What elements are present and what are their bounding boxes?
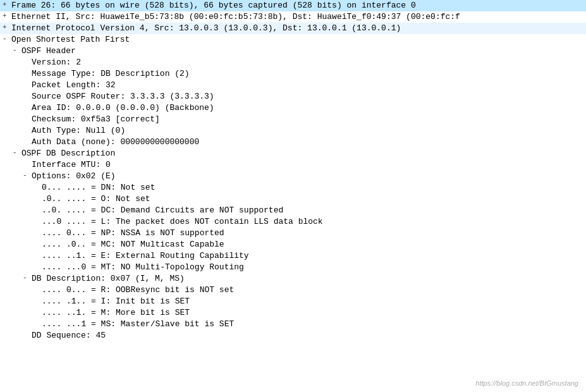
packet-length-text: Packet Length: 32 [32,80,116,90]
auth-data-text: Auth Data (none): 0000000000000000 [32,137,199,147]
ospf-expand-icon[interactable]: - [3,35,11,42]
opt-mc-row: .... .0.. = MC: NOT Multicast Capable [0,239,586,250]
opt-mt-row: .... ...0 = MT: NO Multi-Topology Routin… [0,262,586,273]
db-r-text: .... 0... = R: OOBResync bit is NOT set [42,285,234,295]
options-text: Options: 0x02 (E) [32,171,116,181]
ip-text: Internet Protocol Version 4, Src: 13.0.0… [11,23,401,33]
dd-seq-text: DD Sequence: 45 [32,331,106,340]
opt-o-row: .0.. .... = O: Not set [0,193,586,205]
ospf-header-text: OSPF Header [21,46,76,56]
opt-e-row: .... ..1. = E: External Routing Capabili… [0,250,586,262]
opt-e-text: .... ..1. = E: External Routing Capabili… [42,251,249,260]
ospf-header-row[interactable]: - OSPF Header [0,46,586,57]
options-row[interactable]: - Options: 0x02 (E) [0,171,586,182]
dd-seq-row: DD Sequence: 45 [0,330,586,341]
interface-mtu-row: Interface MTU: 0 [0,159,586,171]
frame-row[interactable]: + Frame 26: 66 bytes on wire (528 bits),… [0,0,586,11]
opt-mt-text: .... ...0 = MT: NO Multi-Topology Routin… [42,262,244,272]
db-r-row: .... 0... = R: OOBResync bit is NOT set [0,285,586,296]
auth-type-row: Auth Type: Null (0) [0,125,586,137]
interface-mtu-text: Interface MTU: 0 [32,160,111,169]
db-m-row: .... ..1. = M: More bit is SET [0,307,586,319]
version-text: Version: 2 [32,58,81,67]
ospf-row[interactable]: - Open Shortest Path First [0,34,586,46]
ospf-db-expand-icon[interactable]: - [13,149,21,156]
message-type-row: Message Type: DB Description (2) [0,68,586,80]
ospf-text: Open Shortest Path First [11,35,130,44]
db-i-text: .... .1.. = I: Init bit is SET [42,297,190,306]
db-ms-row: .... ...1 = MS: Master/Slave bit is SET [0,319,586,330]
frame-text: Frame 26: 66 bytes on wire (528 bits), 6… [11,1,416,10]
message-type-text: Message Type: DB Description (2) [32,69,190,78]
opt-dc-text: ..0. .... = DC: Demand Circuits are NOT … [42,205,283,215]
ethernet-text: Ethernet II, Src: HuaweiTe_b5:73:8b (00:… [11,12,460,21]
ospf-db-row[interactable]: - OSPF DB Description [0,148,586,159]
area-id-row: Area ID: 0.0.0.0 (0.0.0.0) (Backbone) [0,102,586,114]
source-ospf-text: Source OSPF Router: 3.3.3.3 (3.3.3.3) [32,92,214,101]
opt-l-text: ...0 .... = L: The packet does NOT conta… [42,217,323,226]
ethernet-expand-icon[interactable]: + [3,12,11,20]
opt-np-row: .... 0... = NP: NSSA is NOT supported [0,228,586,239]
frame-expand-icon[interactable]: + [3,1,11,8]
opt-l-row: ...0 .... = L: The packet does NOT conta… [0,216,586,228]
watermark: https://blog.csdn.net/BIGmustang [475,379,578,387]
source-ospf-row: Source OSPF Router: 3.3.3.3 (3.3.3.3) [0,91,586,102]
ospf-db-text: OSPF DB Description [21,149,115,158]
area-id-text: Area ID: 0.0.0.0 (0.0.0.0) (Backbone) [32,103,214,113]
db-i-row: .... .1.. = I: Init bit is SET [0,296,586,307]
version-row: Version: 2 [0,57,586,68]
db-desc-expand-icon[interactable]: - [23,274,32,281]
auth-data-row: Auth Data (none): 0000000000000000 [0,137,586,148]
db-m-text: .... ..1. = M: More bit is SET [42,308,190,317]
opt-dn-row: 0... .... = DN: Not set [0,182,586,193]
ip-row[interactable]: + Internet Protocol Version 4, Src: 13.0… [0,23,586,34]
opt-o-text: .0.. .... = O: Not set [42,194,150,204]
ethernet-row[interactable]: + Ethernet II, Src: HuaweiTe_b5:73:8b (0… [0,11,586,23]
ip-expand-icon[interactable]: + [3,23,11,31]
packet-detail-panel: + Frame 26: 66 bytes on wire (528 bits),… [0,0,586,392]
checksum-text: Checksum: 0xf5a3 [correct] [32,114,160,124]
packet-length-row: Packet Length: 32 [0,80,586,91]
db-desc-row[interactable]: - DB Description: 0x07 (I, M, MS) [0,273,586,285]
opt-mc-text: .... .0.. = MC: NOT Multicast Capable [42,240,224,249]
opt-dn-text: 0... .... = DN: Not set [42,183,155,192]
opt-np-text: .... 0... = NP: NSSA is NOT supported [42,228,224,238]
auth-type-text: Auth Type: Null (0) [32,126,125,135]
ospf-header-expand-icon[interactable]: - [13,46,21,54]
options-expand-icon[interactable]: - [23,171,32,179]
db-ms-text: .... ...1 = MS: Master/Slave bit is SET [42,319,234,329]
db-desc-text: DB Description: 0x07 (I, M, MS) [32,274,185,283]
checksum-row: Checksum: 0xf5a3 [correct] [0,114,586,125]
opt-dc-row: ..0. .... = DC: Demand Circuits are NOT … [0,205,586,216]
